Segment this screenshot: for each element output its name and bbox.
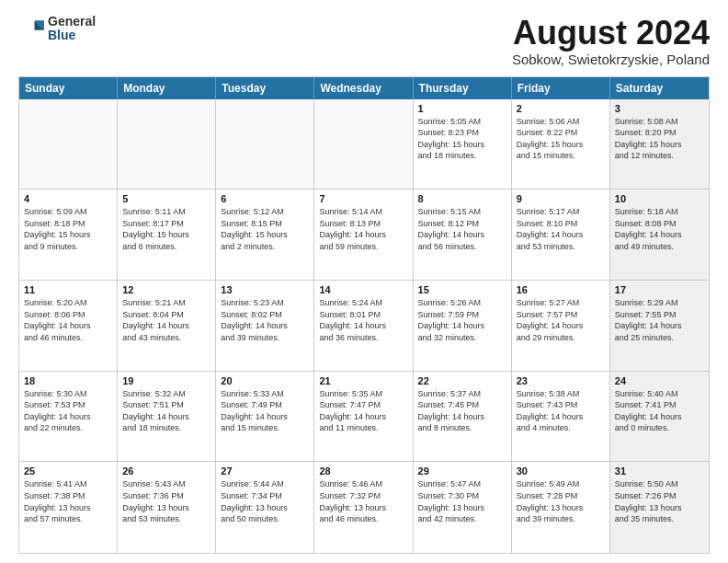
page: General Blue August 2024 Sobkow, Swietok… bbox=[0, 0, 728, 563]
calendar-row-1: 4Sunrise: 5:09 AM Sunset: 8:18 PM Daylig… bbox=[19, 190, 709, 281]
cell-info-text: Sunrise: 5:41 AM Sunset: 7:38 PM Dayligh… bbox=[24, 478, 112, 524]
cell-date-number: 30 bbox=[517, 465, 605, 477]
calendar-cell-25: 25Sunrise: 5:41 AM Sunset: 7:38 PM Dayli… bbox=[19, 462, 118, 553]
calendar-cell-empty-0-1 bbox=[118, 99, 216, 190]
calendar-cell-1: 1Sunrise: 5:05 AM Sunset: 8:23 PM Daylig… bbox=[414, 99, 512, 190]
cell-info-text: Sunrise: 5:24 AM Sunset: 8:01 PM Dayligh… bbox=[319, 297, 407, 343]
calendar-cell-5: 5Sunrise: 5:11 AM Sunset: 8:17 PM Daylig… bbox=[118, 190, 216, 280]
day-header-thursday: Thursday bbox=[414, 77, 512, 99]
location-subtitle: Sobkow, Swietokrzyskie, Poland bbox=[512, 52, 710, 67]
calendar-cell-7: 7Sunrise: 5:14 AM Sunset: 8:13 PM Daylig… bbox=[314, 190, 413, 280]
day-header-friday: Friday bbox=[512, 77, 610, 99]
cell-date-number: 15 bbox=[418, 284, 506, 295]
cell-info-text: Sunrise: 5:38 AM Sunset: 7:43 PM Dayligh… bbox=[517, 388, 605, 434]
calendar-cell-29: 29Sunrise: 5:47 AM Sunset: 7:30 PM Dayli… bbox=[414, 462, 512, 553]
cell-date-number: 22 bbox=[418, 375, 506, 386]
cell-info-text: Sunrise: 5:49 AM Sunset: 7:28 PM Dayligh… bbox=[517, 478, 605, 524]
cell-date-number: 21 bbox=[319, 375, 407, 386]
day-header-saturday: Saturday bbox=[610, 77, 709, 99]
cell-date-number: 25 bbox=[24, 465, 112, 477]
cell-info-text: Sunrise: 5:14 AM Sunset: 8:13 PM Dayligh… bbox=[319, 206, 407, 252]
cell-info-text: Sunrise: 5:17 AM Sunset: 8:10 PM Dayligh… bbox=[517, 206, 605, 252]
calendar-row-4: 25Sunrise: 5:41 AM Sunset: 7:38 PM Dayli… bbox=[19, 462, 709, 553]
cell-date-number: 27 bbox=[221, 465, 309, 477]
cell-info-text: Sunrise: 5:27 AM Sunset: 7:57 PM Dayligh… bbox=[517, 297, 605, 343]
cell-date-number: 9 bbox=[517, 193, 605, 204]
calendar-cell-empty-0-0 bbox=[19, 99, 118, 190]
cell-info-text: Sunrise: 5:23 AM Sunset: 8:02 PM Dayligh… bbox=[221, 297, 309, 343]
cell-info-text: Sunrise: 5:50 AM Sunset: 7:26 PM Dayligh… bbox=[615, 478, 704, 524]
day-header-wednesday: Wednesday bbox=[314, 77, 413, 99]
calendar-cell-15: 15Sunrise: 5:26 AM Sunset: 7:59 PM Dayli… bbox=[414, 281, 512, 371]
cell-date-number: 10 bbox=[615, 193, 704, 204]
cell-info-text: Sunrise: 5:26 AM Sunset: 7:59 PM Dayligh… bbox=[418, 297, 506, 343]
cell-info-text: Sunrise: 5:47 AM Sunset: 7:30 PM Dayligh… bbox=[418, 478, 506, 524]
day-header-sunday: Sunday bbox=[19, 77, 118, 99]
calendar-cell-28: 28Sunrise: 5:46 AM Sunset: 7:32 PM Dayli… bbox=[314, 462, 413, 553]
cell-info-text: Sunrise: 5:37 AM Sunset: 7:45 PM Dayligh… bbox=[418, 388, 506, 434]
cell-info-text: Sunrise: 5:21 AM Sunset: 8:04 PM Dayligh… bbox=[122, 297, 210, 343]
calendar-cell-24: 24Sunrise: 5:40 AM Sunset: 7:41 PM Dayli… bbox=[610, 372, 709, 462]
cell-info-text: Sunrise: 5:33 AM Sunset: 7:49 PM Dayligh… bbox=[221, 388, 309, 434]
cell-info-text: Sunrise: 5:46 AM Sunset: 7:32 PM Dayligh… bbox=[319, 478, 407, 524]
calendar-cell-14: 14Sunrise: 5:24 AM Sunset: 8:01 PM Dayli… bbox=[314, 281, 413, 371]
cell-info-text: Sunrise: 5:06 AM Sunset: 8:22 PM Dayligh… bbox=[517, 116, 605, 162]
cell-date-number: 4 bbox=[24, 193, 112, 204]
cell-date-number: 2 bbox=[517, 103, 605, 114]
cell-date-number: 17 bbox=[615, 284, 704, 295]
cell-date-number: 29 bbox=[418, 465, 506, 477]
calendar-cell-18: 18Sunrise: 5:30 AM Sunset: 7:53 PM Dayli… bbox=[19, 372, 118, 462]
calendar-cell-4: 4Sunrise: 5:09 AM Sunset: 8:18 PM Daylig… bbox=[19, 190, 118, 280]
day-header-monday: Monday bbox=[118, 77, 216, 99]
calendar-body: 1Sunrise: 5:05 AM Sunset: 8:23 PM Daylig… bbox=[19, 99, 709, 553]
cell-date-number: 12 bbox=[122, 284, 210, 295]
calendar-cell-9: 9Sunrise: 5:17 AM Sunset: 8:10 PM Daylig… bbox=[512, 190, 610, 280]
cell-info-text: Sunrise: 5:20 AM Sunset: 8:06 PM Dayligh… bbox=[24, 297, 112, 343]
cell-info-text: Sunrise: 5:40 AM Sunset: 7:41 PM Dayligh… bbox=[615, 388, 704, 434]
calendar-row-3: 18Sunrise: 5:30 AM Sunset: 7:53 PM Dayli… bbox=[19, 372, 709, 463]
cell-info-text: Sunrise: 5:32 AM Sunset: 7:51 PM Dayligh… bbox=[122, 388, 210, 434]
calendar-cell-empty-0-2 bbox=[216, 99, 314, 190]
calendar-row-2: 11Sunrise: 5:20 AM Sunset: 8:06 PM Dayli… bbox=[19, 281, 709, 372]
cell-info-text: Sunrise: 5:12 AM Sunset: 8:15 PM Dayligh… bbox=[221, 206, 309, 252]
cell-info-text: Sunrise: 5:08 AM Sunset: 8:20 PM Dayligh… bbox=[615, 116, 704, 162]
cell-info-text: Sunrise: 5:44 AM Sunset: 7:34 PM Dayligh… bbox=[221, 478, 309, 524]
cell-info-text: Sunrise: 5:09 AM Sunset: 8:18 PM Dayligh… bbox=[24, 206, 112, 252]
day-headers: SundayMondayTuesdayWednesdayThursdayFrid… bbox=[19, 77, 709, 99]
logo-text: General Blue bbox=[48, 15, 96, 43]
title-block: August 2024 Sobkow, Swietokrzyskie, Pola… bbox=[512, 15, 710, 67]
calendar-cell-26: 26Sunrise: 5:43 AM Sunset: 7:36 PM Dayli… bbox=[118, 462, 216, 553]
cell-date-number: 18 bbox=[24, 375, 112, 386]
cell-date-number: 5 bbox=[122, 193, 210, 204]
cell-date-number: 14 bbox=[319, 284, 407, 295]
cell-date-number: 31 bbox=[615, 465, 704, 477]
header: General Blue August 2024 Sobkow, Swietok… bbox=[18, 15, 710, 67]
calendar-cell-10: 10Sunrise: 5:18 AM Sunset: 8:08 PM Dayli… bbox=[610, 190, 709, 280]
calendar-row-0: 1Sunrise: 5:05 AM Sunset: 8:23 PM Daylig… bbox=[19, 99, 709, 190]
cell-info-text: Sunrise: 5:05 AM Sunset: 8:23 PM Dayligh… bbox=[418, 116, 506, 162]
day-header-tuesday: Tuesday bbox=[216, 77, 314, 99]
logo: General Blue bbox=[18, 15, 96, 43]
calendar-cell-6: 6Sunrise: 5:12 AM Sunset: 8:15 PM Daylig… bbox=[216, 190, 314, 280]
cell-info-text: Sunrise: 5:43 AM Sunset: 7:36 PM Dayligh… bbox=[122, 478, 210, 524]
cell-date-number: 19 bbox=[122, 375, 210, 386]
cell-date-number: 11 bbox=[24, 284, 112, 295]
calendar-cell-16: 16Sunrise: 5:27 AM Sunset: 7:57 PM Dayli… bbox=[512, 281, 610, 371]
cell-date-number: 26 bbox=[122, 465, 210, 477]
cell-info-text: Sunrise: 5:18 AM Sunset: 8:08 PM Dayligh… bbox=[615, 206, 704, 252]
cell-date-number: 1 bbox=[418, 103, 506, 114]
cell-info-text: Sunrise: 5:11 AM Sunset: 8:17 PM Dayligh… bbox=[122, 206, 210, 252]
calendar-cell-11: 11Sunrise: 5:20 AM Sunset: 8:06 PM Dayli… bbox=[19, 281, 118, 371]
calendar-cell-23: 23Sunrise: 5:38 AM Sunset: 7:43 PM Dayli… bbox=[512, 372, 610, 462]
month-year-title: August 2024 bbox=[512, 15, 710, 52]
calendar-cell-19: 19Sunrise: 5:32 AM Sunset: 7:51 PM Dayli… bbox=[118, 372, 216, 462]
calendar-cell-17: 17Sunrise: 5:29 AM Sunset: 7:55 PM Dayli… bbox=[610, 281, 709, 371]
cell-date-number: 7 bbox=[319, 193, 407, 204]
cell-date-number: 23 bbox=[517, 375, 605, 386]
calendar-cell-8: 8Sunrise: 5:15 AM Sunset: 8:12 PM Daylig… bbox=[414, 190, 512, 280]
cell-date-number: 16 bbox=[517, 284, 605, 295]
cell-info-text: Sunrise: 5:30 AM Sunset: 7:53 PM Dayligh… bbox=[24, 388, 112, 434]
cell-date-number: 24 bbox=[615, 375, 704, 386]
calendar-cell-31: 31Sunrise: 5:50 AM Sunset: 7:26 PM Dayli… bbox=[610, 462, 709, 553]
calendar-cell-13: 13Sunrise: 5:23 AM Sunset: 8:02 PM Dayli… bbox=[216, 281, 314, 371]
